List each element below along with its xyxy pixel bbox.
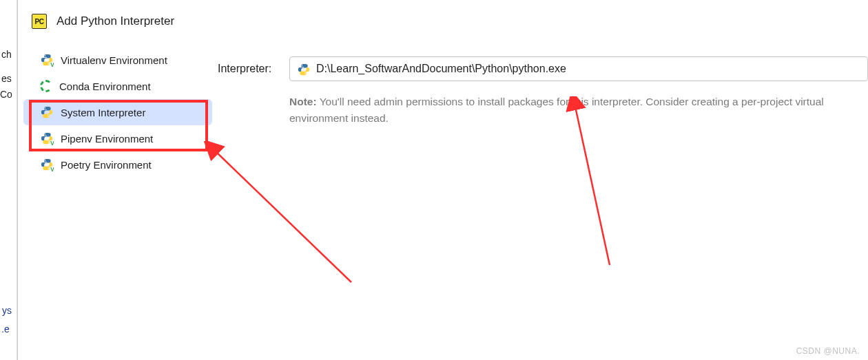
obscured-link-text: .e	[1, 324, 10, 335]
sidebar-item-label: Virtualenv Environment	[61, 54, 167, 66]
note-text: You'll need admin permissions to install…	[289, 96, 824, 124]
interpreter-path-input[interactable]	[316, 63, 860, 75]
python-icon	[40, 105, 54, 119]
svg-point-5	[45, 134, 46, 135]
sidebar-item-label: Pipenv Environment	[61, 133, 153, 145]
obscured-text: ch	[1, 49, 12, 60]
svg-point-4	[48, 116, 50, 117]
svg-point-8	[45, 160, 46, 161]
note-prefix: Note:	[289, 96, 317, 107]
interpreter-form: Interpreter: Note: You'll need admin per…	[218, 41, 868, 127]
svg-text:V: V	[50, 140, 54, 145]
sidebar-item-label: Conda Environment	[59, 81, 151, 92]
sidebar-item-virtualenv[interactable]: V Virtualenv Environment	[23, 47, 212, 73]
svg-point-0	[45, 55, 46, 56]
dialog-title: Add Python Interpreter	[56, 14, 174, 28]
python-v-icon: V	[40, 158, 54, 171]
conda-icon	[40, 80, 52, 92]
python-v-icon: V	[40, 53, 54, 67]
svg-point-3	[45, 107, 46, 109]
interpreter-path-field[interactable]	[289, 56, 868, 81]
sidebar-item-poetry[interactable]: V Poetry Environment	[23, 151, 212, 178]
dialog-titlebar: PC Add Python Interpreter	[18, 0, 868, 41]
svg-point-1	[48, 63, 50, 65]
svg-text:V: V	[50, 61, 54, 67]
python-v-icon: V	[40, 131, 54, 145]
watermark: CSDN @NUNA.	[796, 346, 860, 356]
svg-point-9	[48, 168, 50, 169]
add-interpreter-dialog: PC Add Python Interpreter V Virtualenv E…	[17, 0, 868, 360]
svg-point-6	[48, 142, 50, 143]
interpreter-field-label: Interpreter:	[218, 63, 280, 75]
pycharm-icon: PC	[32, 14, 47, 29]
obscured-text: Co	[0, 89, 12, 100]
sidebar-item-pipenv[interactable]: V Pipenv Environment	[23, 125, 212, 151]
svg-point-11	[302, 65, 303, 66]
sidebar-item-label: Poetry Environment	[61, 159, 152, 171]
sidebar-item-conda[interactable]: Conda Environment	[23, 73, 212, 99]
svg-point-12	[305, 73, 307, 74]
background-page-fragment: ch es Co ys .e	[0, 0, 17, 360]
obscured-link-text: ys	[2, 305, 12, 316]
python-icon	[297, 63, 309, 75]
interpreter-note: Note: You'll need admin permissions to i…	[289, 94, 868, 127]
sidebar-item-system[interactable]: System Interpreter	[23, 99, 212, 125]
interpreter-type-sidebar: V Virtualenv Environment Conda Environme…	[18, 41, 218, 178]
sidebar-item-label: System Interpreter	[61, 107, 145, 118]
svg-text:V: V	[50, 166, 54, 171]
obscured-text: es	[1, 73, 12, 84]
